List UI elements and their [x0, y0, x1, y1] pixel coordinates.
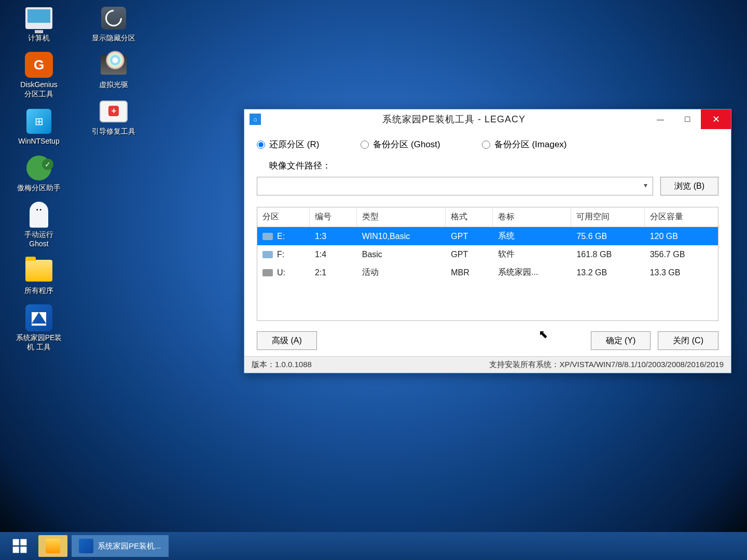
desktop-icon-boot-repair[interactable]: 引导修复工具: [80, 99, 147, 136]
desktop-icon-pe-tool[interactable]: 系统家园PE装 机 工具: [5, 305, 73, 352]
path-label: 映像文件路径：: [269, 160, 331, 172]
pe-tool-icon: [25, 304, 52, 331]
maximize-button[interactable]: ☐: [674, 109, 701, 129]
version-text: 版本：1.0.0.1088: [252, 360, 312, 370]
taskbar: 系统家园PE装机...: [0, 532, 747, 560]
svg-rect-0: [13, 539, 19, 545]
table-row[interactable]: U: 2:1 活动 MBR 系统家园... 13.2 GB 13.3 GB: [257, 263, 718, 282]
ok-button[interactable]: 确定 (Y): [591, 331, 651, 350]
statusbar: 版本：1.0.0.1088 支持安装所有系统：XP/VISTA/WIN7/8/8…: [244, 356, 731, 373]
radio-backup-ghost[interactable]: 备份分区 (Ghost): [361, 138, 440, 150]
desktop-icon-programs[interactable]: 所有程序: [5, 258, 73, 295]
taskbar-file-manager[interactable]: [38, 535, 67, 557]
window-title: 系统家园PE装机工具 - LEGACY: [261, 113, 647, 125]
svg-rect-2: [13, 547, 19, 553]
support-text: 支持安装所有系统：XP/VISTA/WIN7/8/8.1/10/2003/200…: [489, 360, 724, 370]
close-dialog-button[interactable]: 关闭 (C): [658, 331, 718, 350]
drive-icon: [262, 251, 273, 258]
ghost-icon: [30, 202, 48, 228]
drive-icon: [262, 269, 273, 276]
cd-icon: [101, 55, 127, 75]
browse-button[interactable]: 浏览 (B): [660, 177, 718, 195]
repair-icon: [100, 101, 128, 122]
diskgenius-icon: G: [25, 52, 53, 78]
desktop-icon-diskgenius[interactable]: G DiskGenius 分区工具: [5, 52, 73, 99]
folder-icon: [46, 539, 60, 553]
app-icon: ⌂: [250, 114, 261, 125]
desktop-icon-ghost[interactable]: 手动运行 Ghost: [5, 202, 73, 248]
close-button[interactable]: ✕: [701, 109, 731, 129]
aomei-icon: [26, 156, 51, 180]
titlebar[interactable]: ⌂ 系统家园PE装机工具 - LEGACY — ☐ ✕: [244, 109, 731, 129]
minimize-button[interactable]: —: [647, 109, 674, 129]
desktop-icon-hidden-partition[interactable]: 显示隐藏分区: [80, 5, 147, 43]
pe-tool-icon: [79, 539, 93, 553]
desktop-icon-computer[interactable]: 计算机: [5, 5, 73, 43]
windows-icon: [11, 538, 28, 554]
table-row[interactable]: E: 1:3 WIN10,Basic GPT 系统 75.6 GB 120 GB: [257, 227, 718, 245]
computer-icon: [25, 7, 52, 29]
desktop-icon-aomei[interactable]: 傲梅分区助手: [5, 155, 73, 192]
drive-icon: [262, 233, 273, 240]
radio-backup-imagex[interactable]: 备份分区 (Imagex): [482, 138, 567, 150]
hidden-partition-icon: [101, 7, 126, 30]
table-header: 分区 编号 类型 格式 卷标 可用空间 分区容量: [257, 207, 718, 227]
winntsetup-icon: ⊞: [26, 109, 51, 134]
partition-table: 分区 编号 类型 格式 卷标 可用空间 分区容量 E: 1:3 WIN10,Ba…: [257, 207, 718, 321]
advanced-button[interactable]: 高级 (A): [257, 331, 317, 350]
svg-rect-1: [20, 539, 26, 545]
taskbar-running-app[interactable]: 系统家园PE装机...: [72, 535, 169, 557]
radio-restore[interactable]: 还原分区 (R): [257, 138, 319, 150]
desktop-icon-winntsetup[interactable]: ⊞ WinNTSetup: [5, 108, 73, 146]
folder-icon: [25, 260, 52, 282]
image-path-select[interactable]: [257, 177, 653, 195]
desktop-icon-virtual-cd[interactable]: 虚拟光驱: [80, 52, 147, 89]
pe-installer-window: ⌂ 系统家园PE装机工具 - LEGACY — ☐ ✕ 还原分区 (R) 备份分…: [244, 109, 731, 373]
start-button[interactable]: [5, 535, 34, 557]
table-row[interactable]: F: 1:4 Basic GPT 软件 161.8 GB 356.7 GB: [257, 245, 718, 263]
svg-rect-3: [20, 547, 26, 553]
